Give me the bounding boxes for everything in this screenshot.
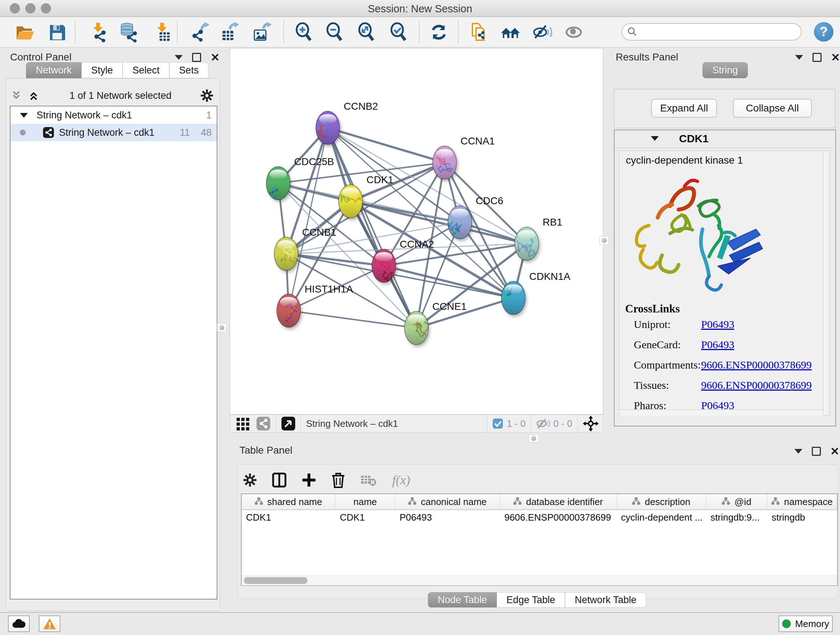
table-horizontal-scrollbar-track[interactable]: [242, 576, 837, 585]
crosslink-value-link[interactable]: 9606.ENSP00000378699: [701, 359, 812, 371]
control-panel-close-icon[interactable]: ✕: [210, 54, 219, 61]
show-all-icon[interactable]: [563, 21, 584, 43]
table-panel-close-icon[interactable]: ✕: [830, 448, 839, 455]
zoom-in-icon[interactable]: [293, 21, 315, 43]
help-icon[interactable]: ?: [814, 22, 834, 42]
bottom-splitter-handle[interactable]: [529, 434, 538, 442]
network-options-gear-icon[interactable]: [201, 89, 213, 102]
crosslink-value-link[interactable]: P06493: [701, 339, 734, 351]
cloud-status-button[interactable]: [8, 616, 30, 632]
network-node-CDKN1A[interactable]: CDKN1A: [494, 271, 570, 315]
column-label: @id: [734, 496, 752, 508]
results-panel-close-icon[interactable]: ✕: [831, 54, 840, 61]
table-cell[interactable]: 9606.ENSP00000378699: [500, 510, 616, 525]
tab-network-table[interactable]: Network Table: [565, 592, 646, 608]
table-cell[interactable]: P06493: [395, 510, 500, 525]
crosslink-value-link[interactable]: P06493: [701, 318, 734, 331]
cloud-icon: [12, 619, 25, 629]
table-panel-menu-icon[interactable]: [794, 449, 802, 454]
zoom-out-icon[interactable]: [324, 21, 346, 43]
network-node-CCNA1[interactable]: CCNA1: [433, 135, 495, 179]
left-splitter-handle[interactable]: [217, 323, 226, 332]
import-table-icon[interactable]: [151, 21, 172, 43]
gene-symbol: CDK1: [679, 133, 709, 145]
add-column-icon[interactable]: [302, 473, 316, 487]
birds-eye-view-icon[interactable]: [281, 416, 295, 431]
import-network-database-icon[interactable]: [118, 21, 139, 43]
column-header-namespace[interactable]: namespace: [767, 494, 837, 509]
control-panel-float-icon[interactable]: [192, 53, 201, 62]
tab-select[interactable]: Select: [123, 62, 169, 78]
collapse-all-button[interactable]: Collapse All: [733, 99, 812, 118]
control-panel-tabs: NetworkStyleSelectSets: [26, 62, 208, 78]
export-network-icon[interactable]: [188, 21, 210, 43]
open-session-icon[interactable]: [14, 21, 35, 43]
table-panel-float-icon[interactable]: [812, 447, 821, 456]
tab-node-table[interactable]: Node Table: [428, 592, 497, 608]
delete-column-icon[interactable]: [332, 472, 345, 488]
column-header-description[interactable]: description: [617, 494, 706, 509]
node-label-CCNB2: CCNB2: [344, 101, 378, 112]
results-panel-menu-icon[interactable]: [795, 55, 803, 60]
toolbar-separator: [283, 21, 284, 43]
network-style-share-icon[interactable]: [256, 416, 271, 431]
results-horizontal-scrollbar[interactable]: [619, 409, 823, 416]
tab-network[interactable]: Network: [26, 62, 81, 78]
fit-selected-crosshair-icon[interactable]: [583, 416, 599, 432]
warnings-button[interactable]: [39, 616, 60, 632]
memory-button[interactable]: Memory: [778, 616, 833, 632]
table-row[interactable]: CDK1CDK1P064939606.ENSP00000378699cyclin…: [242, 510, 837, 525]
network-node-RB1[interactable]: RB1: [515, 217, 562, 260]
expand-all-button[interactable]: Expand All: [651, 99, 717, 118]
memory-status-dot-icon: [782, 619, 791, 628]
export-image-icon[interactable]: [252, 21, 273, 43]
titlebar: Session: New Session: [0, 0, 840, 17]
save-session-icon[interactable]: [46, 21, 68, 43]
results-panel-float-icon[interactable]: [813, 53, 821, 62]
duplicate-network-icon[interactable]: [467, 21, 489, 43]
results-vertical-scrollbar[interactable]: [823, 151, 829, 415]
gene-collapse-icon[interactable]: [651, 136, 659, 141]
table-cell[interactable]: CDK1: [242, 510, 335, 525]
show-columns-icon[interactable]: [272, 472, 286, 488]
shared-column-icon: [771, 496, 780, 508]
column-header-@id[interactable]: @id: [706, 494, 767, 509]
tab-style[interactable]: Style: [81, 62, 123, 78]
gene-header-row[interactable]: CDK1: [615, 130, 834, 148]
node-table: shared namenamecanonical namedatabase id…: [241, 494, 838, 586]
collapse-all-tree-icon[interactable]: [11, 90, 23, 101]
selected-checkbox-icon[interactable]: [493, 418, 503, 429]
node-label-CCNA1: CCNA1: [461, 135, 495, 147]
table-cell[interactable]: CDK1: [335, 510, 395, 525]
tab-edge-table[interactable]: Edge Table: [497, 592, 565, 608]
table-cell[interactable]: cyclin-dependent ...: [617, 510, 706, 525]
protein-structure-image: [627, 171, 768, 296]
refresh-icon[interactable]: [428, 21, 450, 43]
column-header-shared-name[interactable]: shared name: [242, 494, 335, 509]
control-panel-menu-icon[interactable]: [175, 55, 183, 60]
network-canvas[interactable]: CCNB2CCNA1CDC25BCDK1CDC6RB1CCNB1CCNA2CDK…: [230, 48, 603, 415]
search-input[interactable]: [638, 26, 791, 38]
tree-expand-icon[interactable]: [20, 113, 28, 118]
expand-all-tree-icon[interactable]: [28, 90, 41, 101]
grid-layout-icon[interactable]: [236, 416, 250, 431]
export-table-icon[interactable]: [219, 21, 241, 43]
zoom-selected-icon[interactable]: [388, 21, 409, 43]
column-header-database-identifier[interactable]: database identifier: [500, 494, 616, 509]
home-view-icon[interactable]: [500, 21, 521, 43]
network-node-count: 11: [180, 127, 190, 138]
network-collection-row[interactable]: String Network – cdk1 1: [11, 106, 217, 124]
hide-selected-icon[interactable]: [531, 21, 553, 43]
tab-sets[interactable]: Sets: [169, 62, 208, 78]
import-network-file-icon[interactable]: [87, 21, 109, 43]
crosslink-value-link[interactable]: 9606.ENSP00000378699: [701, 379, 812, 391]
table-cell[interactable]: stringdb:9...: [706, 510, 767, 525]
table-cell[interactable]: stringdb: [767, 510, 837, 525]
column-header-name[interactable]: name: [335, 494, 395, 509]
network-row-selected[interactable]: String Network – cdk1 11 48: [11, 124, 217, 141]
zoom-fit-icon[interactable]: [355, 21, 377, 43]
tab-string[interactable]: String: [703, 62, 748, 78]
table-options-gear-icon[interactable]: [243, 473, 257, 487]
table-horizontal-scrollbar-thumb[interactable]: [244, 577, 308, 584]
column-header-canonical-name[interactable]: canonical name: [395, 494, 500, 509]
